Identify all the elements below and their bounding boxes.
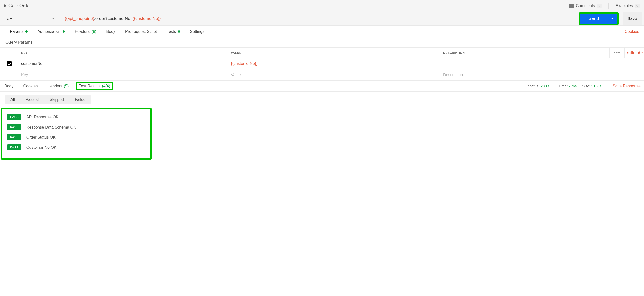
pass-badge: PASS <box>7 124 22 130</box>
desc-input[interactable]: Description <box>440 69 610 80</box>
request-header: Get - Order Comments 0 Examples 0 <box>0 0 644 12</box>
separator <box>606 83 606 89</box>
time-value: 7 ms <box>569 84 577 88</box>
tab-params[interactable]: Params <box>5 26 32 37</box>
save-button[interactable]: Save <box>622 12 642 26</box>
test-result-row: PASS API Response OK <box>7 114 145 120</box>
key-input[interactable]: Key <box>18 69 228 80</box>
bulk-edit-link[interactable]: Bulk Edit <box>624 48 644 58</box>
value-text: {{customerNo}} <box>231 62 258 66</box>
test-results-list: PASS API Response OK PASS Response Data … <box>1 108 152 160</box>
key-cell[interactable]: customerNo <box>18 58 228 69</box>
response-tab-test-results[interactable]: Test Results (4/4) <box>76 82 113 90</box>
desc-cell[interactable] <box>440 58 610 69</box>
tab-label: Settings <box>190 29 204 34</box>
url-text: /order?customerNo= <box>94 16 132 21</box>
response-meta: Status: 200 OK Time: 7 ms Size: 315 B <box>528 84 601 88</box>
save-label: Save <box>628 16 637 21</box>
test-result-row: PASS Order Status OK <box>7 134 145 140</box>
tab-headers[interactable]: Headers (8) <box>70 26 102 37</box>
tab-count: (4/4) <box>102 84 110 88</box>
tab-label: Authorization <box>38 29 60 34</box>
params-header: KEY VALUE DESCRIPTION ••• Bulk Edit <box>0 48 644 58</box>
response-tab-body[interactable]: Body <box>2 82 16 90</box>
time-label: Time: <box>559 84 568 88</box>
chevron-down-icon <box>52 18 55 20</box>
tab-authorization[interactable]: Authorization <box>32 26 70 37</box>
value-input[interactable]: Value <box>228 69 440 80</box>
method-dropdown[interactable]: GET <box>2 12 59 26</box>
filter-skipped[interactable]: Skipped <box>44 96 69 104</box>
filter-all[interactable]: All <box>5 96 20 104</box>
filter-failed[interactable]: Failed <box>69 96 91 104</box>
more-options[interactable]: ••• <box>610 48 624 58</box>
comment-icon <box>570 4 574 8</box>
key-header: KEY <box>18 48 228 58</box>
tab-label: Headers <box>75 29 90 34</box>
indicator-dot-icon <box>178 30 180 32</box>
request-title: Get - Order <box>8 3 31 8</box>
table-row-new: Key Value Description <box>0 69 644 81</box>
save-response-link[interactable]: Save Response <box>611 84 642 88</box>
pass-badge: PASS <box>7 114 22 120</box>
tab-label: Tests <box>167 29 176 34</box>
send-dropdown[interactable] <box>607 14 617 24</box>
examples-label: Examples <box>616 4 633 8</box>
test-name: Order Status OK <box>26 135 56 140</box>
tab-count: (5) <box>64 84 69 88</box>
pass-badge: PASS <box>7 144 22 150</box>
row-checkbox[interactable] <box>7 61 12 66</box>
response-tab-cookies[interactable]: Cookies <box>21 82 40 90</box>
tab-tests[interactable]: Tests <box>162 26 185 37</box>
filter-passed[interactable]: Passed <box>20 96 44 104</box>
url-input[interactable]: {{api_endpoint}}/order?customerNo={{cust… <box>63 12 575 26</box>
response-tab-headers[interactable]: Headers (5) <box>45 82 71 90</box>
url-bar: GET {{api_endpoint}}/order?customerNo={{… <box>0 12 644 26</box>
table-row: customerNo {{customerNo}} <box>0 58 644 69</box>
value-cell[interactable]: {{customerNo}} <box>228 58 440 69</box>
response-tabs: Body Cookies Headers (5) Test Results (4… <box>0 81 644 92</box>
test-name: API Response OK <box>26 115 58 120</box>
tab-label: Params <box>10 29 24 34</box>
send-label[interactable]: Send <box>580 14 607 24</box>
cookies-link[interactable]: Cookies <box>625 29 639 34</box>
tab-label: Test Results <box>79 84 100 88</box>
tab-prerequest[interactable]: Pre-request Script <box>120 26 162 37</box>
examples-button[interactable]: Examples 0 <box>616 4 640 8</box>
status-label: Status: <box>528 84 540 88</box>
test-name: Response Data Schema OK <box>26 125 76 130</box>
send-button[interactable]: Send <box>580 14 617 24</box>
tab-count: (8) <box>92 29 96 34</box>
result-filters: All Passed Skipped Failed <box>5 96 91 104</box>
comments-count: 0 <box>597 4 602 8</box>
test-result-row: PASS Customer No OK <box>7 144 145 150</box>
pass-badge: PASS <box>7 134 22 140</box>
tab-label: Headers <box>47 84 62 88</box>
indicator-dot-icon <box>26 30 28 32</box>
method-label: GET <box>7 17 14 21</box>
query-params-title: Query Params <box>0 38 644 47</box>
tab-settings[interactable]: Settings <box>185 26 209 37</box>
test-result-row: PASS Response Data Schema OK <box>7 124 145 130</box>
params-table: KEY VALUE DESCRIPTION ••• Bulk Edit cust… <box>0 47 644 81</box>
request-tabs: Params Authorization Headers (8) Body Pr… <box>0 26 644 38</box>
comments-button[interactable]: Comments 0 <box>570 4 602 8</box>
collapse-caret-icon[interactable] <box>4 4 6 8</box>
url-var: {{customerNo}} <box>133 16 161 21</box>
size-value: 315 B <box>592 84 601 88</box>
desc-header: DESCRIPTION <box>440 48 610 58</box>
test-name: Customer No OK <box>26 145 56 150</box>
tab-label: Body <box>106 29 115 34</box>
send-highlight: Send <box>579 12 618 25</box>
tab-label: Pre-request Script <box>125 29 157 34</box>
tab-body[interactable]: Body <box>102 26 120 37</box>
status-value: 200 OK <box>540 84 553 88</box>
url-var: {{api_endpoint}} <box>65 16 94 21</box>
separator <box>608 3 609 9</box>
chevron-down-icon <box>611 18 614 20</box>
comments-label: Comments <box>576 4 595 8</box>
indicator-dot-icon <box>63 30 65 32</box>
examples-count: 0 <box>635 4 640 8</box>
size-label: Size: <box>582 84 590 88</box>
value-header: VALUE <box>228 48 440 58</box>
